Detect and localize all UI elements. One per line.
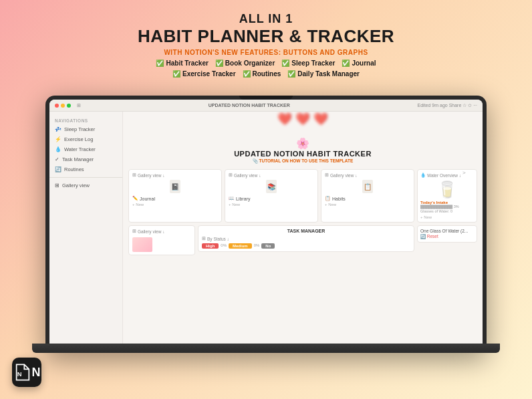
topbar-right-actions[interactable]: Edited 9m ago Share ☆ ✩ ··· (418, 103, 477, 108)
sidebar-item-sleep-tracker[interactable]: 💤 Sleep Tracker (49, 124, 122, 134)
maximize-dot[interactable] (67, 104, 71, 108)
notion-logo-svg: N (13, 363, 32, 382)
exercise-icon: ⚡ (55, 136, 61, 142)
sidebar-item-exercise-log[interactable]: ⚡ Exercise Log (49, 134, 122, 144)
journal-new-btn[interactable]: + New (132, 203, 218, 207)
grid-icon-3: ⊞ (325, 172, 329, 178)
bottom-gallery-card[interactable]: ⊞ Gallery view ↓ (128, 225, 195, 255)
page-header: ❤️ ❤️ ❤️ 🌸 UPDATED NOTION HABIT TRACKER … (123, 112, 483, 166)
all-in-1-text: ALL IN 1 (138, 12, 394, 26)
notion-logo: N N (12, 358, 41, 387)
window-controls: ⊞ (55, 103, 81, 108)
reset-button[interactable]: 🔄 Reset (420, 234, 474, 239)
cards-section: ⊞ Gallery view ↓ 📓 ✏️ Journal + New (123, 166, 483, 225)
check-icon-3: ✅ (281, 59, 289, 67)
sidebar-item-gallery-view[interactable]: ⊞ Gallery view (49, 180, 122, 190)
library-icon: 📚 (266, 180, 277, 193)
medium-value: 0% (254, 243, 260, 249)
main-page-content: ❤️ ❤️ ❤️ 🌸 UPDATED NOTION HABIT TRACKER … (123, 112, 483, 347)
water-progress-bar: ▓▓▓▓▓▓▓▓▓▓▓▓ 3% (420, 205, 474, 209)
header-section: ALL IN 1 HABIT PLANNER & TRACKER WITH NO… (124, 0, 408, 83)
glasses-count: Glasses of Water: 0 (420, 209, 474, 214)
card-habits-label: ⊞ Gallery view ↓ (325, 172, 410, 178)
notion-logo-icon: ⊞ (77, 103, 81, 108)
feature-daily-task: ✅ Daily Task Manager (287, 70, 360, 78)
main-title-text: HABIT PLANNER & TRACKER (138, 26, 394, 47)
check-icon: ✅ (156, 59, 164, 67)
sidebar: NAVIGATIONS 💤 Sleep Tracker ⚡ Exercise L… (49, 112, 123, 347)
water-panel: 💧 Water Overview ↓ > 🥛 Today's Intake ▓▓… (417, 169, 477, 223)
one-glass-text: One Glass Of Water (2... (420, 229, 474, 233)
card-library[interactable]: ⊞ Gallery view ↓ 📚 📖 Library + New (225, 169, 318, 223)
svg-text:N: N (17, 371, 21, 378)
task-manager-row: ⊞ Gallery view ↓ TASK MANAGER ⊞ By Statu… (123, 225, 483, 258)
filter-icon: ⊞ (202, 236, 206, 241)
high-value: 0% (221, 243, 227, 249)
check-icon-6: ✅ (243, 70, 251, 78)
page-title: UPDATED NOTION HABIT TRACKER (130, 150, 476, 158)
feature-habit-tracker: ✅ Habit Tracker (156, 59, 208, 67)
feature-sleep-tracker: ✅ Sleep Tracker (281, 59, 335, 67)
subtitle-text: WITH NOTION'S NEW FEATURES: BUTTONS AND … (138, 49, 394, 56)
laptop-base (32, 344, 500, 353)
water-drop-icon: 💧 (420, 172, 426, 178)
sidebar-nav-label: NAVIGATIONS (49, 116, 122, 124)
habits-icon: 📋 (362, 180, 373, 193)
laptop-screen: ⊞ UPDATED NOTION HABIT TRACKER Edited 9m… (49, 100, 483, 347)
topbar-title: UPDATED NOTION HABIT TRACKER (209, 103, 290, 108)
feature-book-organizer: ✅ Book Organizer (215, 59, 275, 67)
screen-content: NAVIGATIONS 💤 Sleep Tracker ⚡ Exercise L… (49, 112, 483, 347)
task-manager-block: TASK MANAGER ⊞ By Status ↓ High 0% Mediu… (198, 225, 414, 252)
sidebar-item-water-tracker[interactable]: 💧 Water Tracker (49, 144, 122, 154)
check-icon-2: ✅ (215, 59, 223, 67)
grid-icon: ⊞ (132, 172, 136, 178)
one-glass-panel: One Glass Of Water (2... 🔄 Reset (417, 225, 477, 243)
check-icon-5: ✅ (172, 70, 180, 78)
screen-topbar: ⊞ UPDATED NOTION HABIT TRACKER Edited 9m… (49, 100, 483, 112)
close-dot[interactable] (55, 104, 59, 108)
grid-icon-4: ⊞ (132, 229, 136, 234)
sidebar-item-routines[interactable]: 🔄 Routines (49, 164, 122, 174)
laptop-notch (239, 96, 293, 100)
card-habits[interactable]: ⊞ Gallery view ↓ 📋 📋 Habits + New (321, 169, 414, 223)
habit-icon: 📋 (325, 196, 331, 201)
journal-title: ✏️ Journal (132, 196, 218, 201)
water-glass-emoji: 🥛 (420, 180, 474, 199)
gallery-icon: ⊞ (55, 182, 59, 188)
library-title: 📖 Library (229, 196, 314, 201)
check-icon-4: ✅ (342, 59, 350, 67)
task-filter-label[interactable]: ⊞ By Status ↓ (202, 236, 410, 241)
pencil-icon: ✏️ (132, 196, 138, 201)
laptop-wrapper: ⊞ UPDATED NOTION HABIT TRACKER Edited 9m… (45, 86, 487, 353)
minimize-dot[interactable] (61, 104, 65, 108)
card-library-label: ⊞ Gallery view ↓ (229, 172, 314, 178)
journal-icon: 📓 (170, 180, 180, 193)
water-new-btn[interactable]: + New (420, 215, 474, 219)
task-icon: ✓ (55, 156, 59, 162)
book-icon: 📖 (229, 196, 235, 201)
task-manager-title: TASK MANAGER (202, 229, 410, 233)
medium-badge: Medium (229, 243, 252, 249)
habits-title: 📋 Habits (325, 196, 410, 201)
water-panel-label: 💧 Water Overview ↓ > (420, 172, 474, 178)
card-journal[interactable]: ⊞ Gallery view ↓ 📓 ✏️ Journal + New (128, 169, 222, 223)
routines-icon: 🔄 (55, 166, 61, 172)
grid-icon-2: ⊞ (229, 172, 233, 178)
check-icon-7: ✅ (287, 70, 295, 78)
laptop-body: ⊞ UPDATED NOTION HABIT TRACKER Edited 9m… (45, 96, 487, 353)
no-badge: No (261, 243, 275, 249)
library-new-btn[interactable]: + New (229, 203, 314, 207)
features-row-1: ✅ Habit Tracker ✅ Book Organizer ✅ Sleep… (138, 59, 394, 67)
habits-new-btn[interactable]: + New (325, 203, 410, 207)
gallery-thumbnail (132, 237, 152, 252)
feature-exercise-tracker: ✅ Exercise Tracker (172, 70, 236, 78)
notion-n-letter: N (32, 366, 41, 380)
task-status-row: High 0% Medium 0% No (202, 243, 410, 249)
bottom-gallery-label: ⊞ Gallery view ↓ (132, 229, 191, 235)
high-badge: High (202, 243, 219, 249)
water-nav-btn[interactable]: > (462, 170, 466, 176)
sleep-icon: 💤 (55, 126, 61, 132)
features-row-2: ✅ Exercise Tracker ✅ Routines ✅ Daily Ta… (138, 70, 394, 78)
page-tutorial[interactable]: 📎 TUTORIAL ON HOW TO USE THIS TEMPLATE (130, 158, 476, 164)
sidebar-item-task-manager[interactable]: ✓ Task Manager (49, 154, 122, 164)
